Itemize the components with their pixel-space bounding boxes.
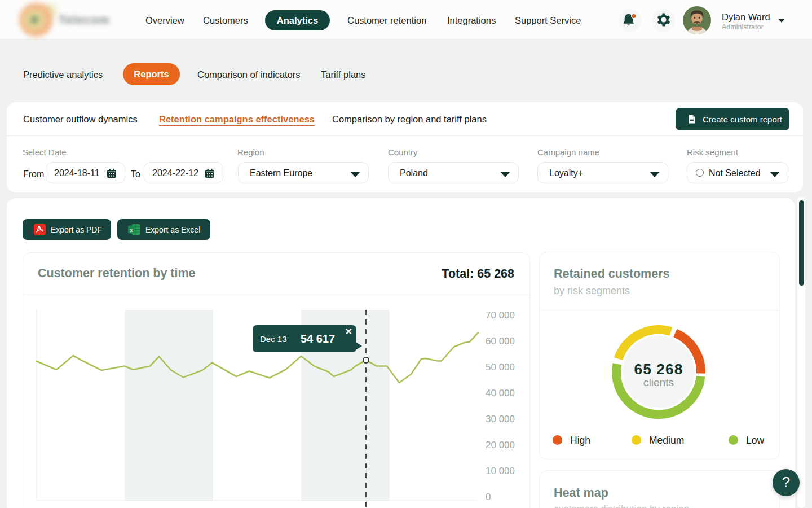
- svg-text:10 000: 10 000: [486, 466, 515, 476]
- svg-text:0: 0: [486, 492, 491, 502]
- svg-text:clients: clients: [643, 376, 674, 388]
- svg-text:x: x: [130, 227, 133, 233]
- svg-text:30 000: 30 000: [486, 414, 515, 424]
- svg-text:70 000: 70 000: [486, 310, 515, 321]
- svg-text:65 268: 65 268: [634, 361, 683, 378]
- svg-text:40 000: 40 000: [486, 388, 515, 398]
- svg-text:50 000: 50 000: [486, 362, 515, 373]
- svg-text:20 000: 20 000: [486, 440, 515, 450]
- svg-text:60 000: 60 000: [486, 336, 515, 347]
